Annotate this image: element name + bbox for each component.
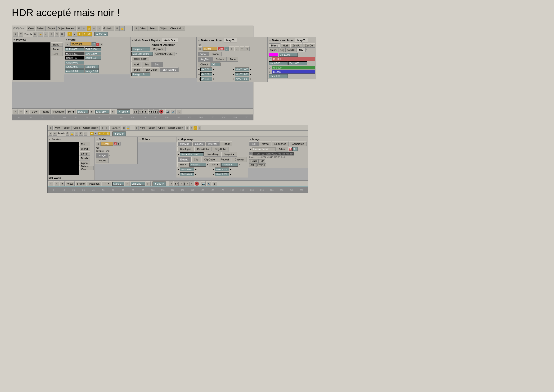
ambg-field[interactable]: AmbG 0.00: [65, 65, 84, 69]
dot-icon[interactable]: ●: [72, 32, 77, 36]
reload-btn[interactable]: Reload: [276, 147, 288, 151]
x-icon-2[interactable]: X: [289, 147, 292, 151]
samples-field[interactable]: Samples: 5: [132, 47, 150, 51]
sequence-btn[interactable]: Sequence: [272, 141, 289, 146]
dy-field[interactable]: dY 0.00: [200, 72, 212, 76]
plus-icon[interactable]: +: [77, 32, 82, 36]
add-btn[interactable]: Add: [132, 62, 141, 67]
image-arrow[interactable]: ▼: [249, 138, 251, 140]
icon-btn-21[interactable]: ⊞: [101, 126, 104, 130]
lamp-btn[interactable]: Lamp: [79, 151, 90, 156]
miny-arrow-l[interactable]: ◄: [177, 173, 180, 175]
view-btn-r1[interactable]: View: [139, 26, 148, 31]
brush-btn[interactable]: Brush: [79, 156, 90, 161]
preview-arrow[interactable]: ▼: [13, 38, 15, 41]
te-icon[interactable]: ≡: [198, 46, 202, 51]
te-down[interactable]: ↓: [235, 46, 239, 51]
te-up[interactable]: ↑: [229, 46, 234, 51]
panels-icon-22[interactable]: ▼: [53, 132, 57, 136]
sizex-field[interactable]: sizeX 1.000: [235, 68, 249, 71]
use-falloff-btn[interactable]: Use Falloff: [132, 56, 149, 61]
end-arrow-r-2[interactable]: ►: [146, 181, 151, 186]
bottom-icon-22[interactable]: ≡: [54, 181, 59, 186]
bottom-view-btn-2[interactable]: View: [66, 181, 75, 186]
audio-icon-2[interactable]: 🔊: [207, 181, 211, 186]
maxx-arrow-r[interactable]: ►: [230, 168, 232, 171]
sphere-btn-tex[interactable]: Sphere: [213, 57, 227, 62]
end-field[interactable]: End: 250: [95, 110, 110, 113]
te-hdr-field[interactable]: TE:hdr: [203, 47, 217, 51]
world-icon[interactable]: ≡: [65, 42, 70, 47]
world-btn-2[interactable]: World: [79, 147, 90, 151]
color-swatch-1[interactable]: [269, 53, 278, 57]
colors-arrow[interactable]: ▼: [139, 138, 141, 140]
xrepeat-field[interactable]: Xrepeat: 1: [189, 163, 206, 167]
grid-icon-22[interactable]: ⊞: [122, 126, 126, 130]
global-btn-tex[interactable]: Global: [209, 52, 222, 56]
record-btn-1[interactable]: ●: [159, 110, 163, 114]
icon-btn-2[interactable]: ◎: [82, 26, 86, 31]
neg-btn[interactable]: Neg: [278, 48, 285, 52]
raytrace-btn[interactable]: Raytrace: [151, 47, 166, 51]
panels-icon-3[interactable]: G: [33, 32, 37, 36]
te-caret[interactable]: ^: [240, 46, 244, 51]
panels-icon-1[interactable]: ≡: [13, 32, 18, 36]
circle-icon-2r[interactable]: ○: [197, 126, 201, 130]
frame-num-2[interactable]: ◄ 150 ►: [112, 132, 126, 136]
xrepeat-arrow-r[interactable]: ►: [207, 163, 209, 166]
arrow-right-2[interactable]: ►: [250, 68, 252, 71]
start-arrow-r-2[interactable]: ►: [125, 181, 130, 186]
map-to-tab-1[interactable]: Map To: [224, 38, 237, 42]
sky-color-btn[interactable]: Sky Color: [143, 67, 159, 72]
object-btn-2r[interactable]: Object: [157, 126, 167, 130]
paper-btn[interactable]: Paper: [51, 47, 63, 51]
te-hdr-field-2[interactable]: TE:hdr: [101, 142, 113, 146]
panels-icon-27[interactable]: □: [84, 132, 87, 136]
mipmap-btn[interactable]: MipMap: [177, 141, 192, 146]
prev-frame-btn-2[interactable]: ◄◄: [174, 182, 179, 186]
maxx-field[interactable]: MaxX 1.000: [215, 168, 229, 171]
bottom-icon-23[interactable]: ▼: [60, 181, 65, 186]
minx-field[interactable]: MinX 0.000: [180, 168, 194, 171]
bottom-icon-1[interactable]: ○: [13, 109, 18, 114]
hor-field[interactable]: HoR 0.057: [65, 47, 84, 51]
grid-icon-2[interactable]: ⊞: [49, 126, 53, 130]
bottom-icon-2[interactable]: ≡: [19, 109, 23, 114]
world-arrow[interactable]: ▼: [65, 38, 68, 41]
miny-arrow-r[interactable]: ►: [195, 173, 197, 175]
dz-field[interactable]: dZ 0.00: [200, 77, 212, 81]
blend-btn[interactable]: Blend: [51, 42, 63, 47]
nodes-btn[interactable]: Nodes: [96, 158, 109, 163]
arrow-left-5[interactable]: ◄: [198, 78, 200, 80]
tube-btn-tex[interactable]: Tube: [227, 57, 238, 62]
mode-dropdown-2r[interactable]: Object Mode ▼: [167, 126, 185, 130]
hash-icon[interactable]: #: [82, 32, 87, 36]
still-btn[interactable]: Still: [249, 141, 259, 146]
record-btn-2[interactable]: ●: [195, 182, 199, 186]
cam-icon-2[interactable]: 📷: [201, 181, 206, 186]
clip-cube-btn[interactable]: ClipCube: [201, 157, 217, 162]
energy-field[interactable]: Energy: 1.5: [132, 72, 150, 76]
hash-icon-2[interactable]: #: [102, 132, 106, 136]
arrow-right-3[interactable]: ►: [213, 73, 215, 75]
te-clear-btn[interactable]: Clea: [218, 47, 225, 50]
arrow-left-3[interactable]: ◄: [198, 73, 200, 75]
both-btn[interactable]: Both: [152, 62, 163, 67]
te-x-btn-2[interactable]: X: [113, 142, 117, 146]
mode-dropdown-1[interactable]: Object Mode ▼: [57, 26, 76, 31]
rot90-btn[interactable]: Rot90: [220, 141, 232, 146]
right-map-to-tab[interactable]: Map To: [295, 38, 308, 42]
zeb-field[interactable]: ZeB 0.100: [84, 56, 101, 60]
plain-btn[interactable]: Plain: [132, 67, 142, 72]
mapimage-arrow[interactable]: ▼: [177, 138, 180, 140]
panels-icon-5[interactable]: ○: [44, 32, 48, 36]
maxy-arrow-l[interactable]: ◄: [213, 173, 215, 175]
panels-icon-4[interactable]: 🔒: [38, 32, 43, 36]
stencil-btn[interactable]: Stencil: [269, 48, 278, 52]
clip-btn[interactable]: Clip: [191, 157, 201, 162]
sub-btn[interactable]: Sub: [142, 62, 152, 67]
global-dropdown-1[interactable]: Global ▼: [102, 26, 114, 31]
ob-field[interactable]: OB:: [211, 63, 221, 66]
miny-field[interactable]: MinY 0.000: [180, 172, 194, 176]
x2-label[interactable]: X 2: [292, 147, 298, 151]
